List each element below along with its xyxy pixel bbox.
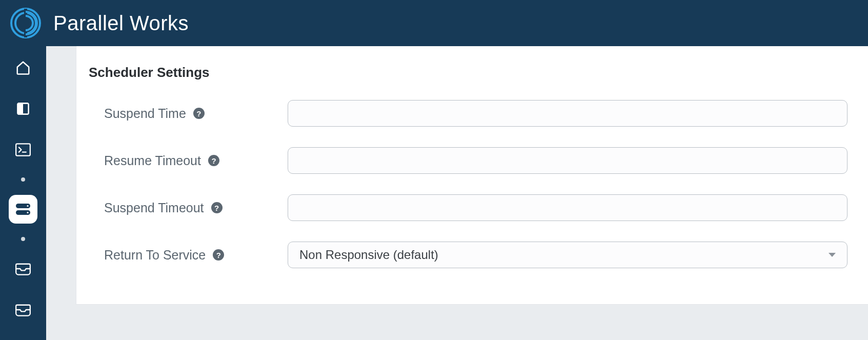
suspend-time-label: Suspend Time [104,106,186,121]
sidebar-item-layout[interactable] [9,94,37,123]
field-row-suspend-time: Suspend Time ? [89,100,847,127]
brand-logo-icon [9,7,42,39]
suspend-timeout-input[interactable] [288,194,847,221]
svg-rect-5 [16,144,30,155]
help-icon[interactable]: ? [211,202,223,213]
terminal-icon [15,143,31,157]
field-row-resume-timeout: Resume Timeout ? [89,147,847,174]
return-to-service-select[interactable]: Non Responsive (default) [288,242,847,268]
sidebar [0,46,46,340]
suspend-timeout-label: Suspend Timeout [104,201,204,215]
sidebar-item-inbox[interactable] [9,254,37,283]
resume-timeout-label: Resume Timeout [104,153,201,168]
field-label-wrap: Suspend Timeout ? [104,201,288,215]
resume-timeout-input[interactable] [288,147,847,174]
sidebar-item-storage[interactable] [9,195,37,224]
inbox-icon [15,262,31,275]
home-icon [15,60,31,75]
help-icon[interactable]: ? [213,249,224,261]
inbox-icon [15,303,31,316]
brand-name: Parallel Works [53,12,189,35]
svg-rect-3 [23,104,29,114]
storage-icon [15,203,31,216]
section-title: Scheduler Settings [89,65,847,81]
field-row-suspend-timeout: Suspend Timeout ? [89,194,847,221]
svg-point-9 [27,212,28,213]
settings-panel: Scheduler Settings Suspend Time ? Resume… [76,46,868,305]
sidebar-item-inbox2[interactable] [9,295,37,324]
help-icon[interactable]: ? [208,155,219,166]
suspend-time-input[interactable] [288,100,847,127]
app-root: Parallel Works [0,0,868,340]
select-value: Non Responsive (default) [299,248,438,262]
sidebar-separator-dot [21,237,25,241]
sidebar-item-terminal[interactable] [9,135,37,164]
help-icon[interactable]: ? [193,108,205,119]
app-header: Parallel Works [0,0,868,46]
field-row-return-to-service: Return To Service ? Non Responsive (defa… [89,242,847,268]
sidebar-separator-dot [21,177,25,182]
main-content: Scheduler Settings Suspend Time ? Resume… [46,46,868,340]
layout-icon [16,102,30,116]
field-label-wrap: Return To Service ? [104,248,288,263]
return-to-service-label: Return To Service [104,248,206,263]
field-label-wrap: Resume Timeout ? [104,153,288,168]
field-label-wrap: Suspend Time ? [104,106,288,121]
app-body: Scheduler Settings Suspend Time ? Resume… [0,46,868,340]
svg-point-8 [27,205,28,207]
sidebar-item-home[interactable] [9,53,37,82]
chevron-down-icon [829,253,836,257]
